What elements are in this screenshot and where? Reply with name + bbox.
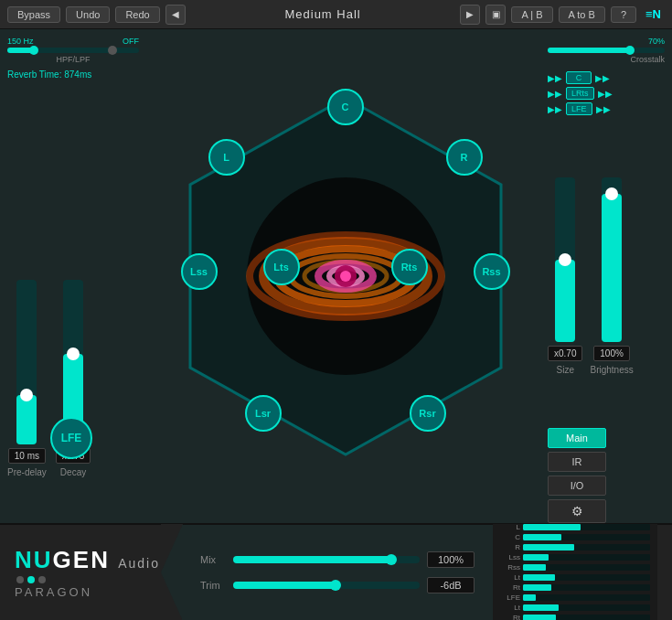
ch-badge-c[interactable]: C	[566, 71, 592, 84]
predelay-fill	[16, 395, 37, 444]
mix-trim-section: Mix 100% Trim -6dB	[182, 525, 493, 620]
dot-2	[27, 576, 35, 583]
preset-name: Medium Hall	[191, 7, 455, 21]
crosstalk-fill	[548, 48, 630, 53]
meter-bar-fill	[523, 574, 555, 581]
paragon-label: PARAGON	[15, 585, 92, 599]
meter-ch-label: Rss	[500, 563, 520, 572]
trim-thumb[interactable]	[330, 580, 341, 591]
channel-row-lfe: ▶▶ LFE ▶▶	[548, 102, 665, 115]
ch-arrow-lrts-left[interactable]: ▶▶	[548, 89, 562, 99]
speaker-node-c[interactable]: C	[327, 89, 364, 125]
trim-slider[interactable]	[233, 582, 420, 589]
filter-section: 150 Hz OFF HPF/LPF	[7, 37, 139, 64]
bypass-button[interactable]: Bypass	[7, 6, 60, 23]
crosstalk-pct: 70%	[648, 37, 665, 46]
main-button[interactable]: Main	[548, 428, 606, 448]
speaker-node-rsr[interactable]: Rsr	[410, 395, 446, 432]
meter-row: C	[500, 533, 650, 541]
ch-badge-lrts[interactable]: LRts	[566, 87, 594, 100]
size-slider-wrap: x0.70 Size	[548, 177, 582, 375]
right-buttons: Main IR I/O ⚙	[548, 428, 665, 523]
mix-value[interactable]: 100%	[427, 551, 475, 568]
channel-rows: ▶▶ C ▶▶ ▶▶ LRts ▶▶ ▶▶ LFE ▶▶	[548, 71, 665, 115]
brand-nu: NU	[15, 546, 53, 573]
lpf-thumb[interactable]	[108, 46, 117, 55]
predelay-value[interactable]: 10 ms	[8, 448, 46, 464]
brightness-slider[interactable]	[602, 177, 622, 342]
brightness-fill	[602, 194, 622, 342]
crosstalk-section: 70% Crosstalk	[548, 37, 665, 64]
trim-row: Trim -6dB	[200, 577, 475, 593]
predelay-slider[interactable]	[16, 280, 37, 444]
crosstalk-thumb[interactable]	[625, 46, 635, 55]
ch-arrow-c-left[interactable]: ▶▶	[548, 73, 562, 83]
hpf-thumb[interactable]	[29, 46, 38, 55]
ab-button[interactable]: A | B	[511, 6, 552, 23]
svg-point-17	[340, 271, 351, 282]
n-logo: ≡N	[642, 5, 665, 23]
size-value[interactable]: x0.70	[548, 346, 582, 361]
atob-button[interactable]: A to B	[559, 6, 605, 23]
speaker-node-lss[interactable]: Lss	[181, 253, 218, 290]
trim-label: Trim	[200, 580, 226, 591]
hpf-lpf-slider[interactable]	[7, 48, 139, 53]
brightness-label: Brightness	[590, 365, 633, 375]
undo-button[interactable]: Undo	[66, 6, 110, 23]
mix-fill	[233, 556, 391, 563]
speaker-node-r[interactable]: R	[446, 139, 483, 176]
speaker-node-lsr[interactable]: Lsr	[245, 395, 282, 432]
brightness-value[interactable]: 100%	[593, 346, 630, 361]
ch-arrow-lfe-right[interactable]: ▶▶	[596, 104, 611, 114]
meter-ch-label: Lt	[500, 573, 520, 582]
meter-bar-fill	[523, 584, 551, 591]
ch-arrow-c-right[interactable]: ▶▶	[595, 73, 610, 83]
size-fill	[555, 260, 575, 342]
predelay-slider-wrap: 10 ms Pre-delay	[7, 280, 47, 477]
io-button[interactable]: I/O	[548, 476, 606, 496]
meter-row: Lt	[500, 573, 650, 582]
meter-bar-track	[523, 554, 650, 561]
meter-ch-label: Lss	[500, 553, 520, 561]
lfe-node[interactable]: LFE	[50, 417, 92, 459]
next-preset-button[interactable]: ▶	[460, 5, 480, 25]
mix-slider[interactable]	[233, 556, 420, 563]
brightness-thumb[interactable]	[605, 187, 618, 200]
ch-badge-lfe[interactable]: LFE	[566, 102, 592, 115]
hpf-lpf-label: HPF/LPF	[7, 55, 139, 64]
speaker-node-rss[interactable]: Rss	[474, 253, 510, 290]
size-slider[interactable]	[555, 177, 575, 342]
crosstalk-slider[interactable]	[548, 48, 665, 53]
prev-preset-button[interactable]: ◀	[165, 5, 186, 25]
mix-thumb[interactable]	[386, 554, 397, 565]
top-bar: Bypass Undo Redo ◀ Medium Hall ▶ ▣ A | B…	[0, 0, 672, 29]
hex-container: C L R Lss Rss Lts Rts Lsr Rsr	[172, 80, 519, 473]
center-panel: C L R Lss Rss Lts Rts Lsr Rsr	[146, 29, 544, 523]
decay-thumb[interactable]	[67, 347, 80, 360]
meter-row: Rss	[500, 563, 650, 572]
meter-ch-label: Rt	[500, 583, 520, 592]
size-thumb[interactable]	[559, 253, 571, 266]
speaker-node-lts[interactable]: Lts	[263, 249, 300, 285]
meter-bar-track	[523, 574, 650, 581]
ch-arrow-lfe-left[interactable]: ▶▶	[548, 104, 562, 114]
save-preset-button[interactable]: ▣	[485, 5, 506, 25]
help-button[interactable]: ?	[611, 6, 636, 23]
speaker-node-l[interactable]: L	[208, 139, 245, 176]
dot-3	[38, 576, 46, 583]
trim-value[interactable]: -6dB	[427, 577, 475, 593]
ir-button[interactable]: IR	[548, 452, 606, 472]
brightness-slider-wrap: 100% Brightness	[590, 177, 633, 375]
settings-button[interactable]: ⚙	[548, 499, 606, 523]
speaker-node-rts[interactable]: Rts	[391, 249, 428, 285]
channel-row-c: ▶▶ C ▶▶	[548, 71, 665, 84]
meter-bar-fill	[523, 604, 559, 611]
meter-row: L	[500, 523, 650, 531]
ch-arrow-lrts-right[interactable]: ▶▶	[598, 89, 613, 99]
left-panel: 150 Hz OFF HPF/LPF Reverb Time: 874ms 10…	[0, 29, 146, 523]
meter-ch-label: L	[500, 523, 520, 531]
redo-button[interactable]: Redo	[115, 6, 159, 23]
nugen-dots	[16, 576, 46, 583]
predelay-thumb[interactable]	[20, 389, 33, 401]
meter-row: Lt	[500, 604, 650, 612]
